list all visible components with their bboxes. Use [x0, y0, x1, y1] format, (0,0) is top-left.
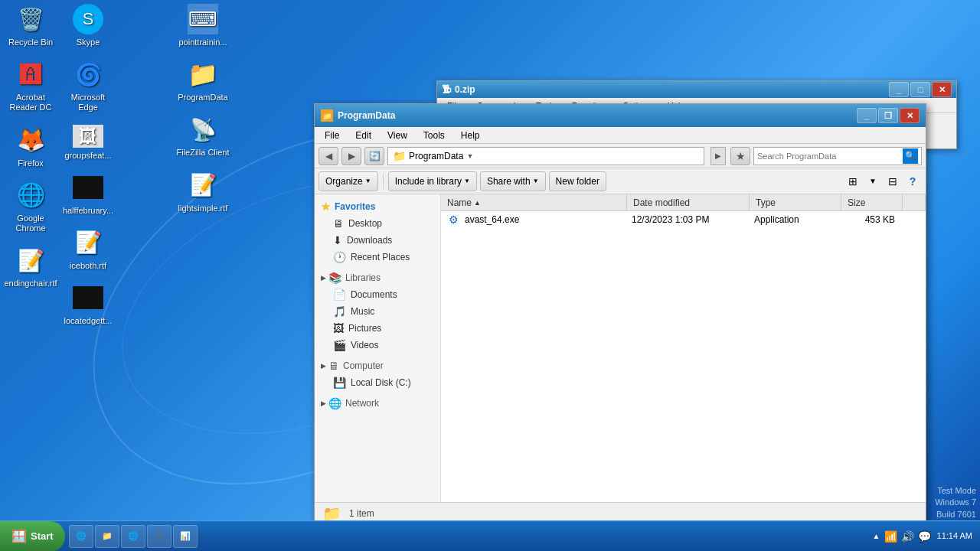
address-dropdown-arrow[interactable]: ▼ [466, 152, 473, 160]
iceboth-icon[interactable]: 📝 iceboth.rtf [61, 227, 115, 271]
desktop-icons-col1: 🗑️ Recycle Bin 🅰 Acrobat Reader DC 🦊 Fir… [4, 4, 57, 296]
tray-network-icon[interactable]: 📶 [884, 530, 897, 543]
menu-file[interactable]: File [318, 129, 345, 142]
search-button[interactable]: 🔍 [903, 148, 918, 164]
local-disk-label: Local Disk (C:) [351, 377, 411, 388]
col-date-label: Date modified [633, 197, 690, 208]
toolbar-separator-1 [383, 174, 384, 189]
menu-edit[interactable]: Edit [349, 129, 377, 142]
skype-icon[interactable]: S Skype [61, 4, 115, 47]
sidebar-item-music[interactable]: 🎵 Music [315, 303, 440, 320]
programdata-minimize-button[interactable]: _ [857, 108, 877, 123]
taskbar-item-folder[interactable]: 📁 [95, 525, 119, 548]
sidebar-item-videos[interactable]: 🎬 Videos [315, 337, 440, 354]
menu-view[interactable]: View [381, 129, 413, 142]
help-button[interactable]: ? [903, 172, 922, 191]
view-pane-button[interactable]: ⊟ [884, 172, 902, 191]
col-type-label: Type [756, 197, 776, 208]
include-library-button[interactable]: Include in library ▼ [388, 171, 477, 191]
system-clock[interactable]: 11:14 AM [937, 530, 972, 542]
endingchair-label: endingchair.rtf [4, 279, 57, 289]
libraries-header[interactable]: ▶ 📚 Libraries [315, 269, 440, 286]
share-with-button[interactable]: Share with ▼ [480, 171, 546, 191]
locatedgett-icon[interactable]: locatedgett... [61, 282, 115, 326]
lightsimple-icon[interactable]: 📝 lightsimple.rtf [176, 170, 230, 214]
go-button[interactable]: ▶ [710, 147, 726, 165]
taskbar-item-media[interactable]: 🎵 [147, 525, 172, 548]
taskbar-item-chrome[interactable]: 🌐 [121, 525, 145, 548]
status-item-count: 1 item [349, 508, 374, 519]
forward-button[interactable]: ▶ [341, 147, 361, 165]
locatedgett-label: locatedgett... [64, 316, 113, 326]
acrobat-icon[interactable]: 🅰 Acrobat Reader DC [4, 59, 57, 112]
col-size[interactable]: Size [841, 194, 903, 210]
acrobat-image: 🅰 [15, 59, 46, 90]
music-icon: 🎵 [333, 305, 346, 318]
sidebar-item-desktop[interactable]: 🖥 Desktop [315, 215, 440, 232]
col-date-modified[interactable]: Date modified [627, 194, 750, 210]
recent-locations-button[interactable]: ★ [730, 147, 750, 165]
endingchair-icon[interactable]: 📝 endingchair.rtf [4, 245, 57, 289]
taskbar-taskmgr-icon: 📊 [180, 531, 191, 541]
programdata-folder-icon[interactable]: 📁 ProgramData [176, 59, 230, 103]
file-list-body: ⚙ avast_64.exe 12/3/2023 1:03 PM Applica… [441, 211, 926, 502]
refresh-button[interactable]: 🔄 [364, 147, 384, 165]
col-type[interactable]: Type [750, 194, 841, 210]
programdata-close-button[interactable]: ✕ [900, 108, 920, 123]
system-tray: ▲ 📶 🔊 💬 11:14 AM [865, 530, 980, 543]
programdata-restore-button[interactable]: ❐ [878, 108, 898, 123]
menu-tools[interactable]: Tools [417, 129, 451, 142]
file-row-avast[interactable]: ⚙ avast_64.exe 12/3/2023 1:03 PM Applica… [441, 211, 926, 228]
network-expand-icon: ▶ [321, 399, 326, 407]
pointtraining-icon[interactable]: ⌨ pointtrainin... [176, 4, 230, 47]
recycle-bin-image: 🗑️ [15, 4, 46, 34]
address-input[interactable]: 📁 ProgramData ▼ [387, 147, 704, 165]
share-with-label: Share with [487, 176, 531, 187]
edge-label: Microsoft Edge [61, 93, 115, 112]
sidebar-item-pictures[interactable]: 🖼 Pictures [315, 320, 440, 337]
favorites-section-header[interactable]: ★ Favorites [315, 198, 440, 215]
view-details-button[interactable]: ⊞ [844, 172, 862, 191]
desktop: 🗑️ Recycle Bin 🅰 Acrobat Reader DC 🦊 Fir… [0, 0, 980, 551]
share-with-arrow-icon: ▼ [533, 178, 539, 184]
back-button[interactable]: ◀ [318, 147, 338, 165]
computer-header[interactable]: ▶ 🖥 Computer [315, 357, 440, 374]
zip-minimize-button[interactable]: _ [889, 82, 909, 97]
tray-volume-icon[interactable]: 🔊 [901, 530, 914, 543]
start-button[interactable]: 🪟 Start [0, 521, 65, 552]
halffebruary-icon[interactable]: halffebruary... [61, 172, 115, 216]
tray-notifications-icon[interactable]: 💬 [918, 530, 931, 543]
zip-maximize-button[interactable]: □ [910, 82, 930, 97]
skype-image: S [73, 4, 103, 34]
search-box[interactable]: 🔍 [753, 147, 922, 165]
sidebar-item-local-disk[interactable]: 💾 Local Disk (C:) [315, 374, 440, 391]
edge-icon[interactable]: 🌀 Microsoft Edge [61, 59, 115, 112]
groupsfeat-icon[interactable]: 🖼 groupsfeat... [61, 125, 115, 161]
sidebar-item-downloads[interactable]: ⬇ Downloads [315, 232, 440, 249]
computer-expand-icon: ▶ [321, 362, 326, 370]
lightsimple-label: lightsimple.rtf [178, 204, 228, 214]
programdata-window[interactable]: 📁 ProgramData _ ❐ ✕ File Edit View Tools… [314, 103, 926, 524]
network-header[interactable]: ▶ 🌐 Network [315, 395, 440, 412]
col-name[interactable]: Name ▲ [441, 194, 627, 210]
tray-arrow-icon[interactable]: ▲ [873, 532, 880, 540]
chrome-icon[interactable]: 🌐 Google Chrome [4, 180, 57, 233]
zip-window-controls: _ □ ✕ [889, 82, 952, 97]
organize-button[interactable]: Organize ▼ [318, 171, 378, 191]
firefox-icon[interactable]: 🦊 Firefox [4, 125, 57, 168]
view-dropdown-button[interactable]: ▼ [864, 172, 882, 191]
recycle-bin-icon[interactable]: 🗑️ Recycle Bin [4, 4, 57, 47]
sidebar-item-documents[interactable]: 📄 Documents [315, 286, 440, 303]
taskbar-item-task-manager[interactable]: 📊 [173, 525, 198, 548]
new-folder-button[interactable]: New folder [549, 171, 606, 191]
test-mode-line3: Build 7601 [935, 509, 976, 520]
menu-help[interactable]: Help [455, 129, 486, 142]
local-disk-icon: 💾 [333, 377, 346, 389]
file-name-cell: ⚙ avast_64.exe [443, 212, 626, 227]
taskbar-item-ie[interactable]: 🌐 [69, 525, 93, 548]
address-text: ProgramData [409, 151, 463, 161]
zip-close-button[interactable]: ✕ [932, 82, 952, 97]
filezilla-icon[interactable]: 📡 FileZilla Client [176, 114, 230, 158]
search-input[interactable] [757, 152, 903, 161]
sidebar-item-recent-places[interactable]: 🕐 Recent Places [315, 249, 440, 266]
